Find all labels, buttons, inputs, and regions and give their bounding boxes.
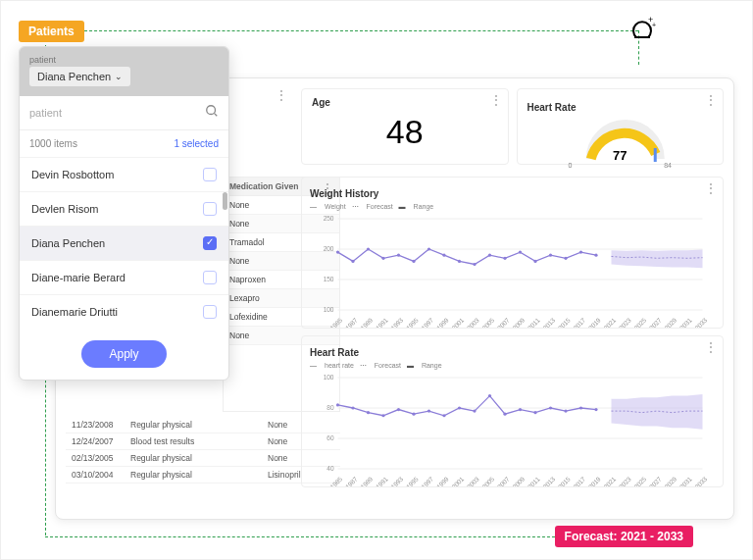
checkbox[interactable] [203,168,217,181]
kebab-icon[interactable]: ⋮ [705,97,717,103]
svg-text:2009: 2009 [511,475,526,486]
svg-text:2023: 2023 [618,475,632,486]
svg-text:250: 250 [324,215,334,222]
checkbox[interactable] [203,236,217,250]
chart-svg: 4060801001985198719891991199319951997199… [310,374,715,486]
svg-text:1999: 1999 [435,475,450,486]
svg-point-70 [442,414,445,417]
kebab-icon[interactable]: ⋮ [276,92,287,98]
svg-point-77 [549,406,552,409]
heart-rate-chart: Heart Rate ⋮ —heart rate ⋯Forecast ▬Rang… [301,335,724,487]
svg-text:2001: 2001 [450,475,465,486]
svg-text:1997: 1997 [420,475,434,486]
dropdown-list: Devin RosbottomDevlen RisomDiana Penchen… [20,157,228,329]
svg-text:2021: 2021 [602,475,617,486]
heart-rate-title: Heart Rate [527,102,577,113]
connector-line [79,30,638,31]
svg-text:1997: 1997 [420,316,434,328]
svg-point-21 [473,263,476,266]
chart-legend: —Weight ⋯Forecast ▬Range [310,203,715,211]
svg-text:2009: 2009 [511,316,526,328]
visit-row: 02/13/2005Regular physicalNone [66,450,340,467]
chart-svg: 1001502002501985198719891991199319951997… [310,215,715,328]
visit-row: 11/23/2008Regular physicalNone [66,417,340,433]
svg-text:2025: 2025 [632,316,647,328]
checkbox[interactable] [203,305,217,319]
svg-point-79 [579,406,582,409]
svg-point-17 [412,260,415,263]
age-card: Age ⋮ 48 [301,88,509,165]
svg-point-74 [503,413,506,416]
svg-text:200: 200 [324,245,334,252]
dropdown-item[interactable]: Diane-marie Berard [20,260,228,294]
svg-text:80: 80 [326,404,334,411]
svg-point-28 [579,251,582,254]
svg-text:2007: 2007 [496,316,511,328]
svg-point-18 [427,247,430,250]
svg-text:1993: 1993 [389,316,404,328]
dropdown-label: patient [29,55,219,65]
svg-text:1989: 1989 [359,475,374,486]
svg-text:1991: 1991 [375,316,389,328]
svg-text:1987: 1987 [344,316,359,328]
svg-point-14 [367,247,370,250]
weight-history-chart: Weight History ⋮ —Weight ⋯Forecast ▬Rang… [301,177,724,329]
forecast-tag: Forecast: 2021 - 2033 [555,526,693,547]
svg-point-106 [207,106,216,115]
svg-text:2011: 2011 [527,475,541,486]
visit-row: 12/24/2007Blood test resultsNone [66,433,340,450]
svg-text:1991: 1991 [375,475,389,486]
svg-text:2011: 2011 [527,316,541,328]
dropdown-item[interactable]: Diana Penchen [20,226,228,260]
gauge-min: 0 [569,162,573,169]
svg-text:2013: 2013 [541,475,556,486]
checkbox[interactable] [203,202,217,216]
svg-text:2021: 2021 [602,316,617,328]
svg-point-26 [549,254,552,257]
patients-tag: Patients [19,21,84,42]
search-placeholder: patient [29,107,62,119]
visit-row: 03/10/2004Regular physicalLisinopril [66,467,340,484]
svg-text:2013: 2013 [541,316,556,328]
svg-point-23 [503,257,506,260]
svg-text:2029: 2029 [663,316,678,328]
svg-text:2027: 2027 [648,475,663,486]
svg-line-107 [215,114,218,117]
svg-text:60: 60 [326,434,334,441]
age-value: 48 [312,108,498,156]
kebab-icon[interactable]: ⋮ [705,185,717,191]
dropdown-item[interactable]: Devlen Risom [20,191,228,226]
scrollbar-thumb[interactable] [223,192,227,210]
chart-title: Heart Rate [310,347,359,358]
svg-point-63 [336,403,339,406]
svg-text:2003: 2003 [466,475,480,486]
svg-text:2017: 2017 [572,475,586,486]
heart-rate-value: 77 [527,148,714,163]
svg-text:40: 40 [326,465,334,472]
dropdown-count: 1000 items [29,138,77,149]
svg-text:2033: 2033 [693,475,708,486]
kebab-icon[interactable]: ⋮ [490,97,502,103]
apply-button[interactable]: Apply [81,340,166,368]
svg-text:2029: 2029 [663,475,678,486]
svg-point-20 [458,260,461,263]
svg-point-25 [533,260,536,263]
gauge-max: 84 [664,162,672,169]
checkbox[interactable] [203,271,217,284]
svg-text:2015: 2015 [557,316,572,328]
dropdown-search[interactable]: patient [20,96,228,130]
svg-point-73 [488,394,491,397]
dropdown-item[interactable]: Dianemarie Driutti [20,294,228,329]
svg-text:100: 100 [324,306,334,313]
svg-text:2019: 2019 [587,475,602,486]
dropdown-item[interactable]: Devin Rosbottom [20,157,228,191]
svg-point-72 [473,410,476,413]
kebab-icon[interactable]: ⋮ [705,344,717,350]
svg-text:2033: 2033 [693,316,708,328]
svg-point-67 [397,408,400,411]
age-title: Age [312,97,498,108]
svg-text:1985: 1985 [328,316,343,328]
svg-point-71 [458,406,461,409]
svg-text:2031: 2031 [678,475,693,486]
dropdown-selected-pill[interactable]: Diana Penchen ⌄ [29,67,130,86]
